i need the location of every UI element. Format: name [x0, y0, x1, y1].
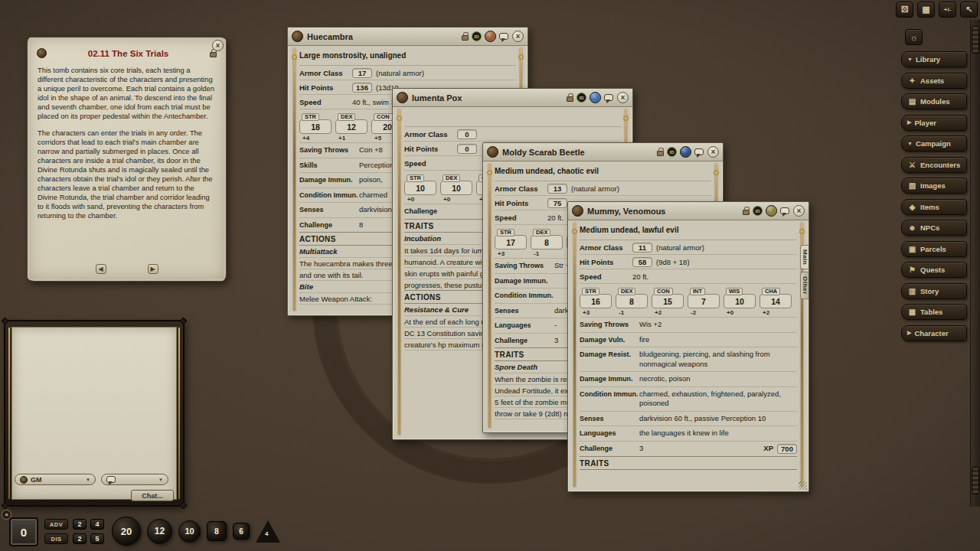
sidebar-grip-bottom[interactable] [972, 467, 979, 494]
modifiers-button[interactable]: +/- [939, 2, 956, 18]
stat-value-field[interactable]: 75 [547, 198, 567, 208]
record-link-icon[interactable] [572, 205, 583, 217]
sidebar-grip-top[interactable] [972, 26, 979, 54]
ability-score-field[interactable]: 8 [616, 294, 648, 308]
chat-bubble-icon[interactable] [780, 207, 789, 214]
sidebar-item-encounters[interactable]: ⚔Encounters [901, 157, 967, 173]
die-d12[interactable]: 12 [147, 519, 172, 544]
lock-icon[interactable] [567, 96, 573, 102]
sidebar-item-quests[interactable]: ⚑Quests [901, 262, 967, 278]
chat-window[interactable]: GM ▼ ▼ Chat... [4, 320, 185, 507]
small-die-button[interactable]: 2 [73, 519, 87, 530]
next-page-button[interactable]: ▶ [148, 264, 158, 274]
die-d4[interactable]: 4 [256, 520, 280, 543]
prev-page-button[interactable]: ◀ [96, 264, 106, 274]
advantage-button[interactable]: ADV [44, 519, 68, 530]
chat-input-tab[interactable]: Chat... [131, 490, 174, 501]
window-titlebar[interactable]: HuecambraID× [288, 28, 528, 46]
dice-tower-button[interactable]: ⚄ [896, 2, 913, 18]
disadvantage-button[interactable]: DIS [44, 533, 68, 544]
window-titlebar[interactable]: Iumenta PoxID× [393, 89, 632, 107]
sidebar-item-assets[interactable]: ✦Assets [901, 73, 967, 89]
sidebar-item-images[interactable]: ▧Images [901, 178, 967, 194]
sheet-tab-other[interactable]: Other [800, 272, 809, 299]
stat-value-field[interactable]: 136 [352, 83, 372, 93]
npc-window-mummy[interactable]: Mummy, VenomousID×Medium undead, lawful … [567, 201, 809, 492]
modifier-stack-box[interactable]: 0 [9, 517, 38, 546]
stat-value-field[interactable]: 0 [457, 129, 477, 139]
token-icon[interactable] [680, 146, 691, 158]
id-badge[interactable]: ID [577, 93, 586, 103]
sidebar-item-npcs[interactable]: ☻NPCs [901, 220, 967, 236]
small-die-button[interactable]: 5 [90, 533, 104, 544]
lock-icon[interactable] [462, 35, 469, 41]
chat-mode-dropdown[interactable]: ▼ [101, 474, 168, 485]
lock-icon[interactable] [743, 210, 750, 215]
stat-value-field[interactable]: 17 [352, 68, 372, 78]
npcs-icon: ☻ [907, 223, 917, 233]
record-link-icon[interactable] [37, 48, 47, 58]
close-button[interactable]: × [617, 92, 629, 103]
ability-score-field[interactable]: 10 [404, 181, 436, 195]
creature-type: Medium undead, lawful evil [580, 220, 797, 240]
die-d6[interactable]: 6 [233, 523, 250, 540]
window-titlebar[interactable]: Mummy, VenomousID× [568, 202, 808, 220]
sidebar-item-story[interactable]: ▥Story [901, 283, 967, 299]
id-badge[interactable]: ID [753, 206, 763, 216]
stat-value-field[interactable]: 11 [632, 243, 652, 253]
record-link-icon[interactable] [292, 31, 303, 42]
chat-bubble-icon[interactable] [499, 33, 508, 40]
sidebar-item-character[interactable]: ▶Character [901, 325, 967, 341]
ability-score-field[interactable]: 15 [652, 294, 684, 308]
chat-bubble-icon[interactable] [694, 148, 704, 155]
story-window[interactable]: 02.11 The Six Trials × This tomb contain… [27, 37, 227, 282]
ability-score-field[interactable]: 18 [299, 119, 332, 134]
sheet-tab-main[interactable]: Main [800, 245, 809, 269]
die-d20[interactable]: 20 [112, 517, 141, 546]
id-badge[interactable]: ID [667, 147, 677, 157]
ability-score-field[interactable]: 16 [580, 294, 612, 308]
sidebar-item-modules[interactable]: ▤Modules [901, 93, 967, 109]
sidebar-item-items[interactable]: ◆Items [901, 199, 967, 215]
ability-score-field[interactable]: 17 [495, 235, 527, 249]
id-badge[interactable]: ID [472, 31, 482, 41]
sidebar-rail[interactable] [970, 20, 980, 507]
sidebar-item-campaign[interactable]: ▼Campaign [901, 135, 967, 152]
close-button[interactable]: × [793, 205, 805, 217]
resize-grip[interactable] [799, 481, 807, 490]
stat-value-field[interactable]: 58 [632, 257, 652, 267]
ability-score-field[interactable]: 8 [531, 235, 563, 249]
close-button[interactable]: × [212, 40, 224, 51]
close-button[interactable]: × [512, 31, 524, 42]
die-d10[interactable]: 10 [178, 520, 201, 543]
small-die-button[interactable]: 2 [73, 533, 87, 544]
chat-bubble-icon[interactable] [604, 94, 613, 101]
record-panels-button[interactable]: ▦ [917, 2, 935, 18]
close-button[interactable]: × [707, 146, 719, 158]
token-icon[interactable] [766, 205, 777, 217]
speaker-identity-dropdown[interactable]: GM ▼ [15, 474, 96, 485]
options-gear-button[interactable]: ☼ [905, 29, 923, 45]
die-d8[interactable]: 8 [207, 521, 227, 541]
ability-score-field[interactable]: 10 [440, 181, 472, 195]
record-link-icon[interactable] [487, 146, 498, 158]
small-die-button[interactable]: 4 [90, 519, 104, 530]
pointer-tools-button[interactable]: ↖ [960, 2, 978, 18]
xp-value-field[interactable]: 700 [777, 444, 797, 454]
stat-value-field[interactable]: 13 [547, 184, 567, 194]
token-icon[interactable] [590, 92, 601, 103]
ability-score-field[interactable]: 14 [760, 294, 792, 308]
token-icon[interactable] [485, 31, 496, 42]
window-titlebar[interactable]: Moldy Scarab BeetleID× [483, 143, 723, 161]
stat-value-field[interactable]: 0 [457, 144, 477, 154]
record-link-icon[interactable] [397, 92, 408, 103]
sidebar-item-parcels[interactable]: ▣Parcels [901, 241, 967, 257]
ability-score-field[interactable]: 10 [724, 294, 756, 308]
lock-icon[interactable] [657, 151, 664, 156]
sidebar-item-tables[interactable]: ▦Tables [901, 304, 967, 320]
ability-score-field[interactable]: 7 [688, 294, 720, 308]
ability-score-field[interactable]: 12 [335, 119, 368, 134]
lock-icon[interactable] [210, 52, 217, 57]
sidebar-item-player[interactable]: ▶Player [901, 115, 967, 131]
sidebar-item-library[interactable]: ▼Library [901, 51, 967, 67]
